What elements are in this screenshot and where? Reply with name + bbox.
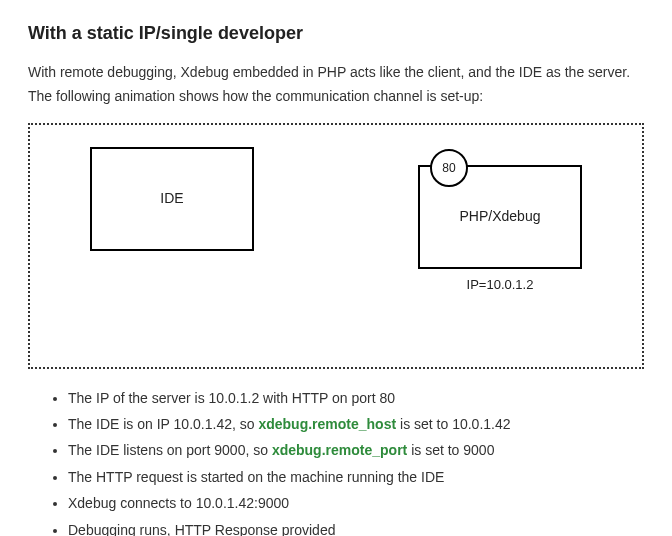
intro-paragraph: With remote debugging, Xdebug embedded i… [28,61,644,109]
section-heading: With a static IP/single developer [28,20,644,47]
list-text: The IDE is on IP 10.0.1.42, so [68,416,258,432]
list-item: Xdebug connects to 10.0.1.42:9000 [68,492,644,514]
config-key: xdebug.remote_port [272,442,407,458]
ide-label: IDE [160,188,183,209]
ide-box: IDE [90,147,254,251]
list-text: The IDE listens on port 9000, so [68,442,272,458]
php-xdebug-box: 80 PHP/Xdebug IP=10.0.1.2 [418,165,582,269]
config-key: xdebug.remote_host [258,416,396,432]
list-item: The IDE listens on port 9000, so xdebug.… [68,439,644,461]
details-list: The IP of the server is 10.0.1.2 with HT… [28,387,644,536]
list-item: The IDE is on IP 10.0.1.42, so xdebug.re… [68,413,644,435]
list-item: The HTTP request is started on the machi… [68,466,644,488]
list-item: Debugging runs, HTTP Response provided [68,519,644,536]
list-text: is set to 9000 [407,442,494,458]
communication-diagram: IDE 80 PHP/Xdebug IP=10.0.1.2 [28,123,644,369]
list-text: is set to 10.0.1.42 [396,416,510,432]
ip-label: IP=10.0.1.2 [420,275,580,295]
php-label: PHP/Xdebug [460,206,541,227]
list-item: The IP of the server is 10.0.1.2 with HT… [68,387,644,409]
port-label: 80 [442,159,455,177]
port-circle: 80 [430,149,468,187]
